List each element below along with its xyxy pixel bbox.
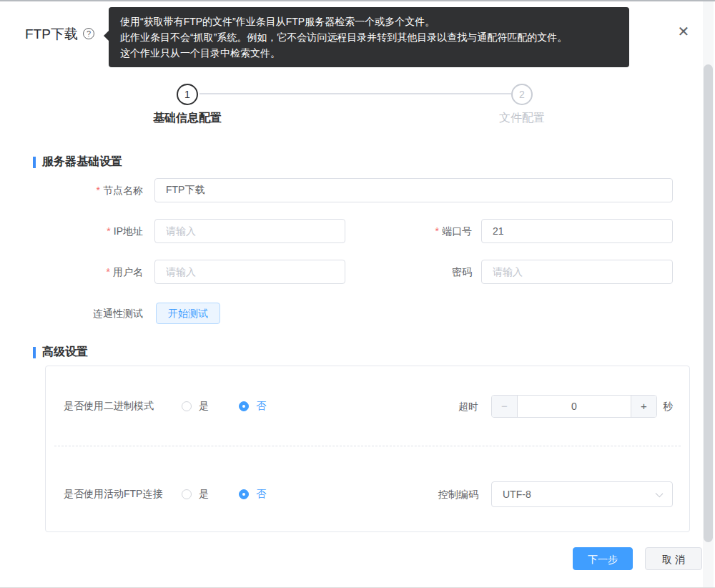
username-input[interactable]	[154, 260, 345, 284]
node-name-input[interactable]	[154, 178, 673, 202]
required-mark: *	[107, 266, 110, 278]
connectivity-label: 连通性测试	[0, 301, 143, 325]
active-ftp-radio-no[interactable]: 否	[239, 488, 266, 501]
advanced-settings-panel: 是否使用二进制模式 是 否 超时 − 0 + 秒 是否使用活动FTP连接 是	[45, 366, 690, 532]
radio-checked-icon[interactable]	[239, 489, 249, 499]
advanced-section-header: 高级设置	[33, 345, 88, 360]
close-icon[interactable]: ✕	[675, 23, 692, 40]
encoding-label: 控制编码	[378, 489, 478, 501]
binary-mode-row: 是否使用二进制模式 是 否	[64, 394, 266, 418]
step-1-label: 基础信息配置	[123, 111, 252, 126]
ftp-download-dialog: FTP下载 ? ✕ 使用“获取带有FTP的文件”作业条目从FTP服务器检索一个或…	[0, 0, 715, 588]
help-icon[interactable]: ?	[83, 28, 94, 39]
active-ftp-row: 是否使用活动FTP连接 是 否	[64, 482, 266, 506]
step-1-circle: 1	[177, 84, 198, 105]
timeout-value[interactable]: 0	[518, 396, 631, 417]
timeout-stepper: − 0 +	[491, 395, 657, 418]
timeout-unit: 秒	[663, 395, 673, 418]
port-label: *端口号	[372, 219, 472, 243]
minus-button[interactable]: −	[492, 396, 518, 417]
password-input[interactable]	[481, 260, 673, 284]
start-test-button[interactable]: 开始测试	[156, 303, 220, 324]
active-ftp-label: 是否使用活动FTP连接	[64, 488, 182, 501]
ip-label: *IP地址	[0, 219, 143, 243]
radio-unchecked-icon[interactable]	[182, 401, 192, 411]
radio-unchecked-icon[interactable]	[182, 489, 192, 499]
stepper-connector	[199, 93, 511, 94]
encoding-select[interactable]: UTF-8	[491, 481, 673, 507]
tooltip-line: 这个作业只从一个目录中检索文件。	[120, 45, 618, 61]
required-mark: *	[107, 225, 110, 237]
step-2-label: 文件配置	[458, 111, 586, 126]
tooltip-arrow-icon	[104, 31, 109, 41]
step-2-circle: 2	[511, 84, 533, 105]
password-label: 密码	[372, 260, 472, 284]
page-title: FTP下载	[25, 25, 78, 44]
binary-mode-radio-no[interactable]: 否	[239, 400, 266, 413]
timeout-label: 超时	[378, 401, 478, 413]
next-step-button[interactable]: 下一步	[573, 547, 633, 570]
tooltip-line: 此作业条目不会“抓取”系统。例如，它不会访问远程目录并转到其他目录以查找与通配符…	[120, 29, 618, 45]
port-input[interactable]	[481, 219, 673, 243]
divider	[54, 446, 681, 446]
chevron-down-icon	[656, 490, 664, 498]
server-section-header: 服务器基础设置	[33, 155, 122, 170]
tooltip-line: 使用“获取带有FTP的文件”作业条目从FTP服务器检索一个或多个文件。	[120, 14, 618, 29]
username-label: *用户名	[0, 260, 143, 284]
binary-mode-radio-yes[interactable]: 是	[182, 400, 209, 413]
active-ftp-radio-yes[interactable]: 是	[182, 488, 209, 501]
section-accent-bar	[33, 157, 36, 168]
required-mark: *	[435, 225, 439, 237]
plus-button[interactable]: +	[631, 396, 656, 417]
binary-mode-label: 是否使用二进制模式	[64, 400, 182, 413]
ip-input[interactable]	[154, 219, 345, 243]
node-name-label: *节点名称	[0, 178, 143, 202]
section-accent-bar	[33, 347, 36, 358]
radio-checked-icon[interactable]	[239, 401, 249, 411]
required-mark: *	[97, 185, 100, 196]
encoding-value: UTF-8	[503, 489, 531, 500]
advanced-section-title: 高级设置	[42, 345, 88, 360]
help-tooltip: 使用“获取带有FTP的文件”作业条目从FTP服务器检索一个或多个文件。 此作业条…	[109, 7, 629, 67]
server-section-title: 服务器基础设置	[42, 155, 122, 170]
scrollbar-thumb[interactable]	[704, 64, 713, 542]
cancel-button[interactable]: 取 消	[645, 547, 702, 570]
